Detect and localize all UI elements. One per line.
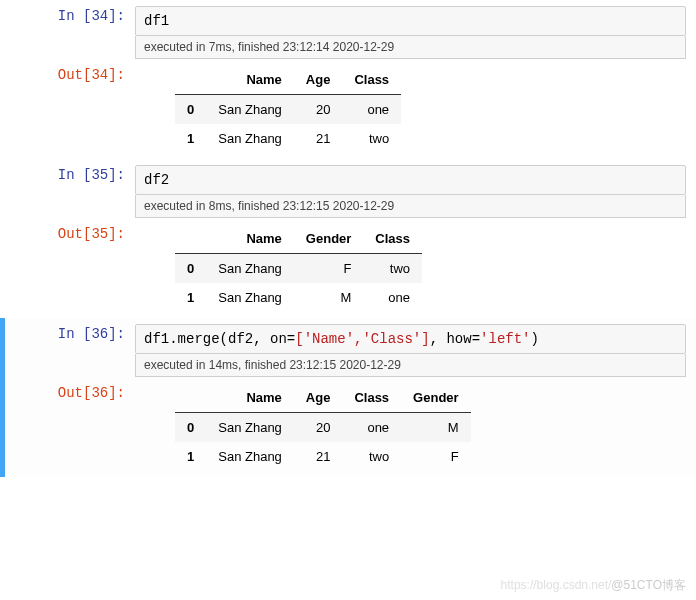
table-row: 1San Zhang21two — [175, 124, 401, 153]
table-header: Age — [294, 65, 343, 95]
watermark-text: https://blog.csdn.net/@51CTO博客 — [501, 577, 686, 594]
output-prompt: Out[36]: — [5, 377, 135, 477]
table-header — [175, 65, 206, 95]
table-row: 0San Zhang20oneM — [175, 413, 471, 443]
execution-info: executed in 7ms, finished 23:12:14 2020-… — [135, 36, 686, 59]
table-cell: one — [342, 95, 401, 125]
table-header: Gender — [401, 383, 471, 413]
output-prompt: Out[34]: — [5, 59, 135, 159]
cell-content: df1 executed in 7ms, finished 23:12:14 2… — [135, 0, 696, 59]
table-cell: San Zhang — [206, 283, 294, 312]
row-index: 0 — [175, 413, 206, 443]
table-cell: San Zhang — [206, 95, 294, 125]
table-header: Class — [342, 383, 401, 413]
table-row: 1San ZhangMone — [175, 283, 422, 312]
table-cell: 21 — [294, 124, 343, 153]
output-content: NameAgeClass0San Zhang20one1San Zhang21t… — [135, 59, 696, 159]
table-header — [175, 383, 206, 413]
table-cell: one — [342, 413, 401, 443]
table-cell: 20 — [294, 95, 343, 125]
cell-content: df2 executed in 8ms, finished 23:12:15 2… — [135, 159, 696, 218]
table-cell: two — [342, 442, 401, 471]
table-row: 0San Zhang20one — [175, 95, 401, 125]
table-cell: M — [401, 413, 471, 443]
code-input[interactable]: df1 — [135, 6, 686, 36]
table-header: Class — [342, 65, 401, 95]
table-header: Age — [294, 383, 343, 413]
notebook-cell-selected: In [36]: df1.merge(df2, on=['Name','Clas… — [0, 318, 696, 377]
row-index: 1 — [175, 442, 206, 471]
dataframe-table: NameGenderClass0San ZhangFtwo1San ZhangM… — [175, 224, 422, 312]
table-cell: 21 — [294, 442, 343, 471]
dataframe-table: NameAgeClass0San Zhang20one1San Zhang21t… — [175, 65, 401, 153]
code-input[interactable]: df1.merge(df2, on=['Name','Class'], how=… — [135, 324, 686, 354]
table-cell: San Zhang — [206, 442, 294, 471]
output-content: NameAgeClassGender0San Zhang20oneM1San Z… — [135, 377, 696, 477]
execution-info: executed in 14ms, finished 23:12:15 2020… — [135, 354, 686, 377]
execution-info: executed in 8ms, finished 23:12:15 2020-… — [135, 195, 686, 218]
notebook-output: Out[36]: NameAgeClassGender0San Zhang20o… — [0, 377, 696, 477]
row-index: 1 — [175, 283, 206, 312]
input-prompt: In [35]: — [5, 159, 135, 218]
cell-content: df1.merge(df2, on=['Name','Class'], how=… — [135, 318, 696, 377]
output-prompt: Out[35]: — [5, 218, 135, 318]
table-cell: 20 — [294, 413, 343, 443]
code-input[interactable]: df2 — [135, 165, 686, 195]
table-header: Name — [206, 383, 294, 413]
table-cell: M — [294, 283, 364, 312]
input-prompt: In [36]: — [5, 318, 135, 377]
table-header: Name — [206, 224, 294, 254]
notebook-cell: In [34]: df1 executed in 7ms, finished 2… — [0, 0, 696, 59]
input-prompt: In [34]: — [5, 0, 135, 59]
table-cell: San Zhang — [206, 254, 294, 284]
table-cell: two — [342, 124, 401, 153]
table-cell: San Zhang — [206, 124, 294, 153]
table-header: Class — [363, 224, 422, 254]
output-content: NameGenderClass0San ZhangFtwo1San ZhangM… — [135, 218, 696, 318]
table-header — [175, 224, 206, 254]
notebook-output: Out[34]: NameAgeClass0San Zhang20one1San… — [0, 59, 696, 159]
table-header: Gender — [294, 224, 364, 254]
dataframe-table: NameAgeClassGender0San Zhang20oneM1San Z… — [175, 383, 471, 471]
table-cell: F — [294, 254, 364, 284]
table-cell: F — [401, 442, 471, 471]
row-index: 0 — [175, 254, 206, 284]
table-row: 0San ZhangFtwo — [175, 254, 422, 284]
table-cell: two — [363, 254, 422, 284]
notebook-cell: In [35]: df2 executed in 8ms, finished 2… — [0, 159, 696, 218]
row-index: 1 — [175, 124, 206, 153]
table-row: 1San Zhang21twoF — [175, 442, 471, 471]
table-cell: one — [363, 283, 422, 312]
row-index: 0 — [175, 95, 206, 125]
notebook-output: Out[35]: NameGenderClass0San ZhangFtwo1S… — [0, 218, 696, 318]
table-header: Name — [206, 65, 294, 95]
table-cell: San Zhang — [206, 413, 294, 443]
